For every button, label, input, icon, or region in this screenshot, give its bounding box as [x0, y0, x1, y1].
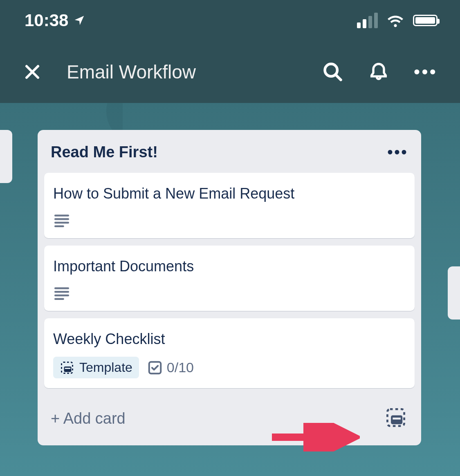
create-from-template-button[interactable] — [385, 407, 406, 430]
template-icon — [385, 407, 406, 428]
nav-bar: Email Workflow ••• — [0, 41, 460, 103]
list: Read Me First! ••• How to Submit a New E… — [38, 130, 421, 445]
card-title: How to Submit a New Email Request — [53, 185, 406, 202]
status-left: 10:38 — [25, 11, 85, 30]
card-badges — [53, 284, 406, 301]
close-icon[interactable] — [22, 62, 42, 82]
card-badges — [53, 211, 406, 228]
cellular-icon — [357, 13, 378, 28]
adjacent-list-left[interactable] — [0, 130, 12, 183]
status-time: 10:38 — [25, 11, 68, 30]
card[interactable]: Important Documents — [44, 246, 415, 311]
bell-icon[interactable] — [368, 61, 389, 83]
status-right — [357, 11, 438, 30]
svg-rect-17 — [64, 366, 72, 372]
template-badge-label: Template — [79, 360, 132, 375]
checklist-count: 0/10 — [167, 360, 194, 375]
adjacent-list-right[interactable] — [448, 266, 460, 320]
template-icon — [60, 360, 74, 375]
add-card-button[interactable]: + Add card — [51, 410, 126, 427]
battery-icon — [413, 15, 438, 26]
card-badges: Template 0/10 — [53, 357, 406, 378]
list-footer: + Add card — [44, 396, 415, 441]
svg-line-1 — [335, 75, 341, 80]
location-arrow-icon — [73, 14, 85, 27]
card[interactable]: How to Submit a New Email Request — [44, 173, 415, 238]
checklist-badge: 0/10 — [147, 360, 194, 375]
card[interactable]: Weekly Checklist Template 0/10 — [44, 318, 415, 388]
card-title: Weekly Checklist — [53, 331, 406, 348]
list-header: Read Me First! ••• — [44, 141, 415, 173]
wifi-icon — [386, 11, 405, 30]
description-icon — [53, 211, 70, 228]
status-bar: 10:38 — [0, 0, 460, 41]
list-title[interactable]: Read Me First! — [51, 143, 158, 161]
svg-rect-22 — [393, 418, 401, 420]
template-badge: Template — [53, 357, 139, 378]
description-icon — [53, 284, 70, 301]
board-area[interactable]: Read Me First! ••• How to Submit a New E… — [0, 103, 460, 476]
list-menu-icon[interactable]: ••• — [387, 143, 408, 161]
svg-rect-18 — [65, 368, 71, 369]
more-icon[interactable]: ••• — [414, 63, 438, 81]
svg-rect-21 — [391, 416, 402, 425]
card-title: Important Documents — [53, 258, 406, 275]
search-icon[interactable] — [322, 61, 343, 83]
board-title[interactable]: Email Workflow — [67, 61, 322, 83]
checklist-icon — [147, 360, 163, 375]
nav-actions: ••• — [322, 61, 438, 83]
